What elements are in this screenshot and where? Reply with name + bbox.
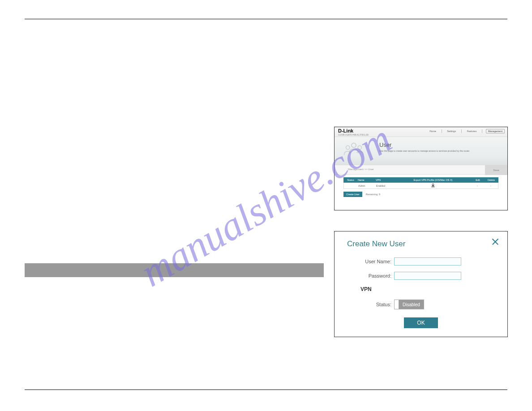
table-header: Status Name VPN Export VPN Profile (iOS/… (343, 177, 498, 183)
create-user-dialog: Create New User User Name: Password: VPN… (334, 231, 508, 337)
username-label: User Name: (347, 259, 394, 264)
password-input[interactable] (394, 272, 461, 280)
username-input[interactable] (394, 257, 461, 265)
model-text: COVR-X1870 HW:A1 FW:1.00 (338, 133, 369, 136)
status-toggle[interactable]: Disabled (394, 300, 424, 309)
password-row: Password: (347, 272, 495, 280)
create-user-button[interactable]: Create User (343, 192, 362, 197)
redacted-bar (25, 263, 324, 277)
nav-settings[interactable]: Settings (445, 129, 458, 133)
toggle-label: Disabled (399, 300, 424, 309)
svg-point-1 (346, 146, 350, 149)
top-nav: Home Settings Features Management (428, 129, 505, 133)
breadcrumb: Management >> User (348, 168, 374, 171)
close-icon[interactable] (491, 238, 499, 246)
svg-point-2 (358, 146, 361, 149)
col-vpn: VPN (376, 179, 395, 181)
dialog-title: Create New User (347, 240, 495, 248)
save-button[interactable]: Save (485, 165, 507, 175)
page-description: Use this page to create user accounts to… (379, 150, 470, 152)
remaining-count: Remaining: 9 (366, 193, 380, 196)
username-row: User Name: (347, 257, 495, 265)
create-row: Create User Remaining: 9 (335, 192, 507, 197)
nav-separator (442, 129, 442, 133)
ok-button[interactable]: OK (404, 317, 438, 328)
cell-edit: - (471, 184, 484, 187)
page-top-rule (25, 19, 507, 19)
col-export: Export VPN Profile (iOS/Mac OS X) (395, 179, 472, 181)
col-name: Name (358, 179, 376, 181)
hero-section: User Use this page to create user accoun… (335, 137, 507, 165)
nav-separator (461, 129, 462, 133)
nav-separator (482, 129, 482, 133)
table-row: Admin Enabled - - (343, 183, 498, 189)
brand-logo: D-Link (338, 128, 353, 133)
users-icon (343, 141, 365, 160)
page-bottom-rule (25, 390, 507, 390)
cell-delete: - (484, 184, 498, 187)
cell-name: Admin (358, 184, 376, 187)
download-icon[interactable] (431, 183, 435, 188)
svg-point-0 (352, 143, 356, 148)
vpn-heading: VPN (360, 286, 495, 292)
nav-features[interactable]: Features (465, 129, 479, 133)
router-header: D-Link COVR-X1870 HW:A1 FW:1.00 Home Set… (335, 127, 507, 137)
col-edit: Edit (472, 179, 484, 181)
cell-vpn: Enabled (376, 184, 395, 187)
col-delete: Delete (484, 179, 498, 181)
nav-home[interactable]: Home (428, 129, 438, 133)
user-table: Status Name VPN Export VPN Profile (iOS/… (335, 175, 507, 189)
col-status: Status (343, 179, 358, 181)
nav-management[interactable]: Management (486, 129, 505, 133)
toggle-handle[interactable] (395, 300, 399, 309)
page-title: User (379, 141, 391, 148)
status-label: Status: (347, 302, 394, 307)
breadcrumb-row: Management >> User Save (335, 165, 507, 175)
status-row: Status: Disabled (347, 300, 495, 309)
cell-export[interactable] (395, 183, 471, 188)
password-label: Password: (347, 273, 394, 278)
user-page-screenshot: D-Link COVR-X1870 HW:A1 FW:1.00 Home Set… (334, 127, 508, 210)
